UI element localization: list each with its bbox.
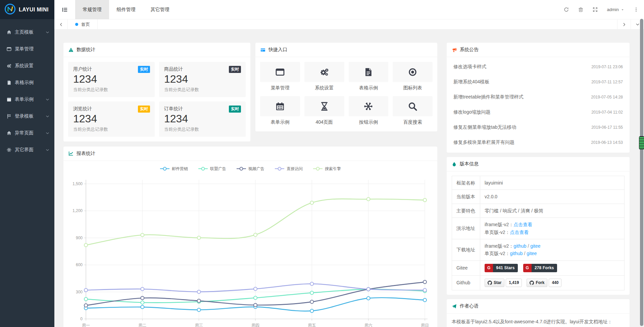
version-table: 框架名称layuimini当前版本v2.0.0主要特色零门槛 / 响应式 / 清…	[452, 176, 625, 290]
legend-item-2[interactable]: 视频广告	[236, 166, 264, 172]
sidebar-item-label: 异常页面	[15, 130, 46, 136]
chevron-down-icon	[46, 115, 49, 118]
version-row-label: 演示地址	[452, 218, 480, 239]
svg-text:周五: 周五	[308, 323, 316, 327]
version-link[interactable]: github	[513, 243, 526, 249]
stat-desc: 当前分类总记录数	[73, 126, 150, 132]
header-tab-2[interactable]: 其它管理	[143, 0, 177, 19]
quick-entry-2[interactable]: 表格示例	[349, 62, 389, 91]
version-row-label: 下载地址	[452, 239, 480, 260]
legend-label: 邮件营销	[172, 166, 188, 172]
calendar-icon	[7, 97, 11, 102]
sidebar-item-4[interactable]: 表单示例	[0, 91, 54, 108]
github-mark-icon	[530, 281, 534, 285]
tab-scroll-left-button[interactable]	[54, 19, 68, 29]
sidebar-item-0[interactable]: 主页模板	[0, 24, 54, 41]
version-row-label: 主要特色	[452, 204, 480, 217]
github-badge[interactable]: Fork440	[527, 279, 561, 287]
panel-quick-entry: 快捷入口 菜单管理系统设置表格示例图标列表表单示例404页面按钮示例百度搜索	[255, 43, 437, 131]
github-badge-count: 1,419	[506, 279, 522, 287]
quick-entry-7[interactable]: 百度搜索	[393, 96, 433, 125]
chevron-down-icon	[46, 131, 49, 135]
quick-entry-4[interactable]: 表单示例	[260, 96, 300, 125]
sidebar-item-6[interactable]: 异常页面	[0, 125, 54, 141]
notice-text: 新增系统404模板	[453, 79, 489, 85]
version-link[interactable]: 点击查看	[513, 222, 532, 227]
stat-value: 1234	[164, 113, 241, 125]
header-actions: admin	[564, 0, 644, 19]
panel-title: 报表统计	[77, 151, 95, 157]
stat-badge: 实时	[229, 106, 241, 113]
notice-text: 修改logo缩放问题	[453, 109, 490, 115]
user-menu[interactable]: admin	[607, 7, 624, 12]
refresh-icon[interactable]	[564, 7, 569, 12]
notice-item-2[interactable]: 新增treetable插件和菜单管理样式2019-07-05 14:28	[447, 89, 630, 105]
version-row-4: 下载地址iframe版-v2：github / gitee单页版-v2：gith…	[452, 239, 625, 260]
sidebar-item-2[interactable]: 系统设置	[0, 57, 54, 74]
link-line-prefix: 单页版-v2：	[485, 251, 510, 256]
notice-item-0[interactable]: 修改选项卡样式2019-07-11 23:06	[447, 59, 630, 74]
menu-fold-icon[interactable]	[54, 0, 75, 19]
stat-card-2: 浏览统计实时1234当前分类总记录数	[68, 101, 155, 137]
gitee-badge[interactable]: G941 Stars	[485, 264, 518, 272]
sidebar-item-1[interactable]: 菜单管理	[0, 41, 54, 57]
legend-item-3[interactable]: 直接访问	[275, 166, 303, 172]
sidebar-item-5[interactable]: 登录模板	[0, 108, 54, 125]
scrollbar-track[interactable]	[640, 19, 643, 326]
logo-text: LAYUI MINI	[19, 7, 49, 13]
scrollbar-thumb[interactable]	[639, 136, 644, 150]
tab-home-label: 首页	[81, 22, 90, 28]
report-chart: 03006009001,2001,500周一周二周三周四周五周六周日	[63, 172, 437, 327]
gitee-badge[interactable]: G278 Forks	[523, 264, 557, 272]
legend-item-1[interactable]: 联盟广告	[198, 166, 226, 172]
notice-item-1[interactable]: 新增系统404模板2019-07-11 12:57	[447, 74, 630, 89]
notice-time: 2019-07-05 14:28	[591, 95, 623, 99]
flag-icon	[7, 114, 11, 119]
quick-entry-1[interactable]: 系统设置	[304, 62, 344, 91]
sidebar: LAYUI MINI 主页模板菜单管理系统设置表格示例表单示例登录模板异常页面其…	[0, 0, 54, 327]
legend-marker-icon	[275, 167, 285, 171]
sidebar-item-label: 系统设置	[15, 63, 49, 69]
version-link[interactable]: gitee	[530, 243, 540, 249]
logo[interactable]: LAYUI MINI	[0, 0, 54, 19]
sidebar-item-3[interactable]: 表格示例	[0, 74, 54, 91]
gitee-badge-text: 941 Stars	[493, 264, 517, 272]
header: 常规管理组件管理其它管理 admin	[54, 0, 644, 19]
tab-home[interactable]: 首页	[68, 19, 98, 29]
drop-icon	[452, 162, 457, 167]
legend-label: 联盟广告	[210, 166, 226, 172]
quick-entry-0[interactable]: 菜单管理	[260, 62, 300, 91]
stat-badge: 实时	[138, 66, 150, 73]
header-tab-0[interactable]: 常规管理	[75, 0, 109, 19]
version-link[interactable]: 点击查看	[510, 230, 529, 235]
legend-item-0[interactable]: 邮件营销	[160, 166, 188, 172]
quick-entry-5[interactable]: 404页面	[304, 96, 344, 125]
notice-text: 修复左侧菜单缩放tab无法移动	[453, 124, 516, 130]
notice-item-5[interactable]: 修复多模块菜单栏展开有问题2019-06-13 14:53	[447, 135, 630, 150]
link-separator: /	[527, 243, 531, 249]
legend-marker-icon	[313, 167, 323, 171]
github-badge[interactable]: Star1,419	[485, 279, 522, 287]
stats-grid: 用户统计实时1234当前分类总记录数商品统计实时1234当前分类总记录数浏览统计…	[63, 57, 250, 141]
more-menu-icon[interactable]	[634, 7, 639, 12]
notice-item-4[interactable]: 修复左侧菜单缩放tab无法移动2019-06-17 11:55	[447, 120, 630, 135]
panel-title: 作者心语	[460, 303, 479, 309]
sidebar-item-7[interactable]: 其它界面	[0, 141, 54, 158]
quick-entry-6[interactable]: 按钮示例	[349, 96, 389, 125]
version-link[interactable]: gitee	[527, 251, 537, 256]
fullscreen-icon[interactable]	[593, 7, 598, 12]
line-chart-icon	[68, 151, 73, 156]
notice-time: 2019-06-13 14:53	[591, 140, 623, 145]
notice-item-3[interactable]: 修改logo缩放问题2019-07-04 11:02	[447, 105, 630, 120]
version-row-value: 零门槛 / 响应式 / 清爽 / 极简	[480, 204, 625, 217]
version-link[interactable]: github	[510, 251, 523, 256]
version-row-value: layuimini	[480, 176, 625, 190]
header-tab-1[interactable]: 组件管理	[109, 0, 143, 19]
snowflake-icon	[364, 102, 373, 111]
legend-item-4[interactable]: 搜索引擎	[313, 166, 341, 172]
quick-grid: 菜单管理系统设置表格示例图标列表表单示例404页面按钮示例百度搜索	[255, 57, 437, 131]
tab-scroll-right-button[interactable]	[617, 19, 631, 29]
trash-icon[interactable]	[578, 7, 583, 12]
chevron-down-icon	[46, 148, 49, 152]
quick-entry-3[interactable]: 图标列表	[393, 62, 433, 91]
